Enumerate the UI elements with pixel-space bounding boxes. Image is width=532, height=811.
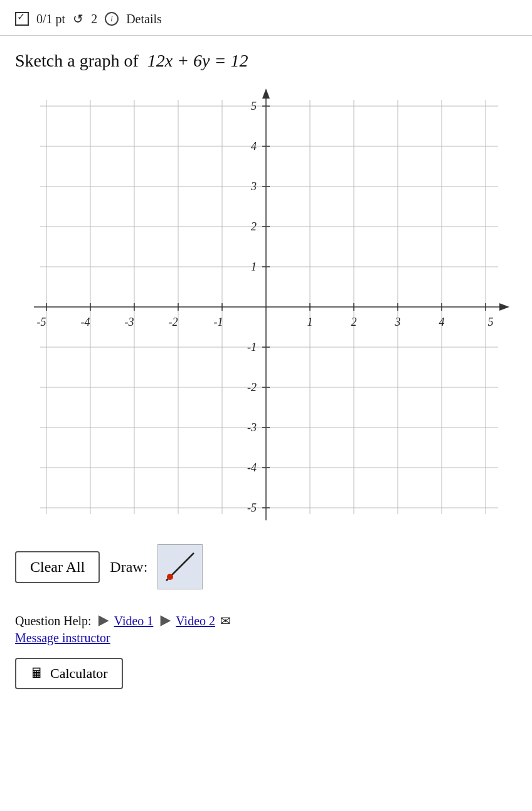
x-label-4: 4	[439, 316, 445, 328]
question-section: Sketch a graph of 12x + 6y = 12 .grid-li…	[0, 36, 532, 533]
x-label-neg5: -5	[37, 316, 46, 328]
graph-container[interactable]: .grid-line { stroke: #bbb; stroke-width:…	[21, 81, 511, 533]
y-label-neg4: -4	[247, 461, 257, 474]
score-icon	[15, 12, 29, 26]
y-label-neg3: -3	[247, 421, 257, 434]
x-label-1: 1	[307, 316, 313, 328]
video1-label[interactable]: Video 1	[114, 614, 154, 628]
y-label-neg5: -5	[247, 502, 257, 514]
y-label-4: 4	[251, 140, 257, 153]
help-row: Question Help: Video 1 Video 2 ✉	[15, 613, 517, 628]
top-bar: 0/1 pt ↺ 2 i Details	[0, 0, 532, 36]
help-section: Question Help: Video 1 Video 2 ✉ Message…	[0, 601, 532, 653]
calculator-icon: 🖩	[30, 665, 44, 682]
y-label-3: 3	[250, 180, 257, 193]
x-label-neg2: -2	[169, 316, 178, 328]
info-icon[interactable]: i	[105, 12, 119, 26]
y-label-2: 2	[251, 220, 257, 233]
retry-icon: ↺	[73, 11, 83, 26]
calculator-label: Calculator	[50, 665, 108, 682]
envelope-icon: ✉	[220, 613, 231, 628]
x-label-neg3: -3	[125, 316, 134, 328]
message-instructor-row: Message instructor	[15, 631, 517, 645]
coordinate-graph[interactable]: .grid-line { stroke: #bbb; stroke-width:…	[21, 81, 511, 533]
question-title: Sketch a graph of 12x + 6y = 12	[15, 51, 517, 71]
x-label-neg1: -1	[214, 316, 223, 328]
equation: 12x + 6y = 12	[143, 51, 248, 70]
controls-row: Clear All Draw:	[0, 533, 532, 601]
question-help-label: Question Help:	[15, 614, 92, 628]
play-icon-1	[97, 614, 110, 628]
video2-link[interactable]: Video 2	[158, 614, 215, 628]
y-label-neg2: -2	[247, 381, 257, 394]
play-icon-2	[158, 614, 172, 628]
retry-count: 2	[91, 12, 97, 26]
calculator-button[interactable]: 🖩 Calculator	[15, 658, 123, 689]
x-label-3: 3	[395, 316, 401, 328]
y-axis-arrow-up	[262, 89, 270, 99]
clear-all-button[interactable]: Clear All	[15, 551, 100, 583]
y-label-1: 1	[251, 260, 257, 273]
y-label-neg1: -1	[247, 341, 257, 353]
question-prefix: Sketch a graph of	[15, 51, 139, 70]
video2-label[interactable]: Video 2	[176, 614, 215, 628]
x-label-5: 5	[488, 316, 494, 328]
x-label-2: 2	[351, 316, 357, 328]
x-axis-arrow-right	[499, 303, 509, 311]
y-label-5: 5	[251, 100, 257, 112]
message-instructor-link[interactable]: Message instructor	[15, 631, 110, 645]
x-label-neg4: -4	[81, 316, 90, 328]
draw-tool-icon[interactable]	[157, 544, 203, 589]
svg-point-43	[167, 574, 173, 580]
score-text: 0/1 pt	[36, 12, 65, 26]
details-label[interactable]: Details	[126, 12, 162, 26]
draw-label: Draw:	[110, 559, 147, 576]
video1-link[interactable]: Video 1	[97, 614, 154, 628]
